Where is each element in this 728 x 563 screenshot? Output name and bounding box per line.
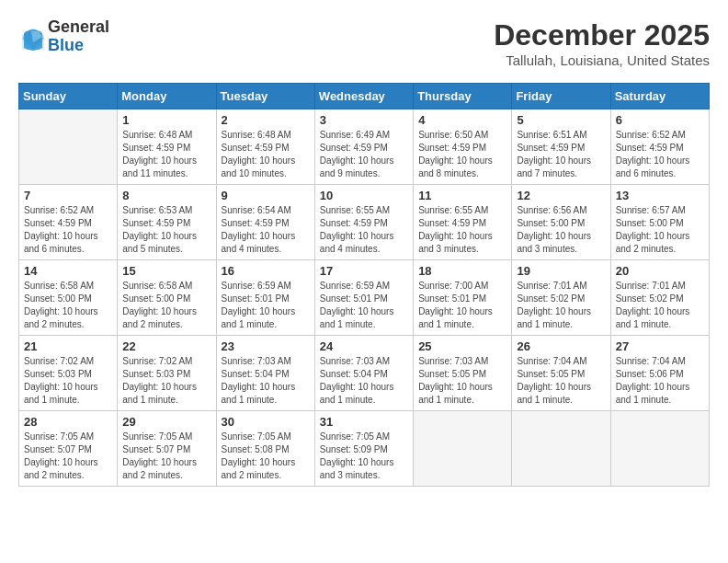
calendar-cell: 22Sunrise: 7:02 AM Sunset: 5:03 PM Dayli… bbox=[118, 336, 216, 411]
day-info: Sunrise: 7:02 AM Sunset: 5:03 PM Dayligh… bbox=[24, 355, 112, 407]
day-number: 31 bbox=[320, 415, 408, 429]
calendar-cell: 30Sunrise: 7:05 AM Sunset: 5:08 PM Dayli… bbox=[216, 411, 314, 487]
day-info: Sunrise: 6:54 AM Sunset: 4:59 PM Dayligh… bbox=[222, 204, 310, 256]
day-number: 1 bbox=[122, 113, 210, 127]
logo-text: General Blue bbox=[48, 18, 109, 55]
title-block: December 2025 Tallulah, Louisiana, Unite… bbox=[494, 18, 710, 68]
calendar-cell: 6Sunrise: 6:52 AM Sunset: 4:59 PM Daylig… bbox=[610, 109, 709, 185]
day-number: 17 bbox=[320, 264, 408, 278]
calendar-cell bbox=[414, 411, 512, 487]
calendar-cell: 23Sunrise: 7:03 AM Sunset: 5:04 PM Dayli… bbox=[216, 336, 314, 411]
day-info: Sunrise: 6:58 AM Sunset: 5:00 PM Dayligh… bbox=[24, 280, 112, 331]
day-info: Sunrise: 6:59 AM Sunset: 5:01 PM Dayligh… bbox=[222, 280, 310, 331]
day-info: Sunrise: 7:03 AM Sunset: 5:05 PM Dayligh… bbox=[418, 355, 506, 407]
day-info: Sunrise: 6:52 AM Sunset: 4:59 PM Dayligh… bbox=[24, 204, 112, 256]
calendar-header-row: SundayMondayTuesdayWednesdayThursdayFrid… bbox=[19, 84, 710, 109]
day-info: Sunrise: 6:57 AM Sunset: 5:00 PM Dayligh… bbox=[616, 204, 704, 256]
day-number: 18 bbox=[418, 264, 506, 278]
calendar-cell: 5Sunrise: 6:51 AM Sunset: 4:59 PM Daylig… bbox=[512, 109, 610, 185]
day-info: Sunrise: 7:04 AM Sunset: 5:05 PM Dayligh… bbox=[517, 355, 605, 407]
calendar-cell: 12Sunrise: 6:56 AM Sunset: 5:00 PM Dayli… bbox=[512, 185, 610, 260]
column-header-monday: Monday bbox=[118, 84, 216, 109]
calendar-cell bbox=[19, 109, 118, 185]
calendar-cell: 18Sunrise: 7:00 AM Sunset: 5:01 PM Dayli… bbox=[414, 260, 512, 336]
day-number: 25 bbox=[418, 339, 506, 353]
calendar-cell: 11Sunrise: 6:55 AM Sunset: 4:59 PM Dayli… bbox=[414, 185, 512, 260]
calendar-cell bbox=[610, 411, 709, 487]
day-number: 4 bbox=[418, 113, 506, 127]
day-number: 8 bbox=[122, 189, 210, 202]
column-header-sunday: Sunday bbox=[19, 84, 118, 109]
calendar-cell bbox=[512, 411, 610, 487]
calendar-cell: 16Sunrise: 6:59 AM Sunset: 5:01 PM Dayli… bbox=[216, 260, 314, 336]
day-info: Sunrise: 6:53 AM Sunset: 4:59 PM Dayligh… bbox=[122, 204, 210, 256]
day-info: Sunrise: 6:55 AM Sunset: 4:59 PM Dayligh… bbox=[320, 204, 408, 256]
calendar-cell: 21Sunrise: 7:02 AM Sunset: 5:03 PM Dayli… bbox=[19, 336, 118, 411]
day-number: 13 bbox=[616, 189, 704, 202]
day-info: Sunrise: 6:55 AM Sunset: 4:59 PM Dayligh… bbox=[418, 204, 506, 256]
logo-icon bbox=[18, 24, 44, 50]
day-info: Sunrise: 6:49 AM Sunset: 4:59 PM Dayligh… bbox=[320, 129, 408, 180]
calendar-cell: 10Sunrise: 6:55 AM Sunset: 4:59 PM Dayli… bbox=[314, 185, 413, 260]
logo: General Blue bbox=[18, 18, 109, 55]
calendar-table: SundayMondayTuesdayWednesdayThursdayFrid… bbox=[18, 83, 710, 487]
column-header-thursday: Thursday bbox=[414, 84, 512, 109]
day-info: Sunrise: 7:00 AM Sunset: 5:01 PM Dayligh… bbox=[418, 280, 506, 331]
calendar-week-row: 28Sunrise: 7:05 AM Sunset: 5:07 PM Dayli… bbox=[19, 411, 710, 487]
calendar-cell: 19Sunrise: 7:01 AM Sunset: 5:02 PM Dayli… bbox=[512, 260, 610, 336]
day-info: Sunrise: 7:04 AM Sunset: 5:06 PM Dayligh… bbox=[616, 355, 704, 407]
day-number: 10 bbox=[320, 189, 408, 202]
day-number: 29 bbox=[122, 415, 210, 429]
day-info: Sunrise: 6:58 AM Sunset: 5:00 PM Dayligh… bbox=[122, 280, 210, 331]
calendar-cell: 14Sunrise: 6:58 AM Sunset: 5:00 PM Dayli… bbox=[19, 260, 118, 336]
calendar-cell: 29Sunrise: 7:05 AM Sunset: 5:07 PM Dayli… bbox=[118, 411, 216, 487]
day-info: Sunrise: 7:05 AM Sunset: 5:09 PM Dayligh… bbox=[320, 431, 408, 482]
calendar-cell: 15Sunrise: 6:58 AM Sunset: 5:00 PM Dayli… bbox=[118, 260, 216, 336]
day-info: Sunrise: 7:03 AM Sunset: 5:04 PM Dayligh… bbox=[320, 355, 408, 407]
day-info: Sunrise: 6:48 AM Sunset: 4:59 PM Dayligh… bbox=[222, 129, 310, 180]
calendar-cell: 28Sunrise: 7:05 AM Sunset: 5:07 PM Dayli… bbox=[19, 411, 118, 487]
day-number: 12 bbox=[517, 189, 605, 202]
calendar-cell: 4Sunrise: 6:50 AM Sunset: 4:59 PM Daylig… bbox=[414, 109, 512, 185]
day-info: Sunrise: 7:01 AM Sunset: 5:02 PM Dayligh… bbox=[616, 280, 704, 331]
day-number: 21 bbox=[24, 339, 112, 353]
location: Tallulah, Louisiana, United States bbox=[494, 52, 710, 68]
day-number: 16 bbox=[222, 264, 310, 278]
day-number: 9 bbox=[222, 189, 310, 202]
day-number: 22 bbox=[122, 339, 210, 353]
calendar-week-row: 21Sunrise: 7:02 AM Sunset: 5:03 PM Dayli… bbox=[19, 336, 710, 411]
day-info: Sunrise: 7:05 AM Sunset: 5:08 PM Dayligh… bbox=[222, 431, 310, 482]
day-number: 2 bbox=[222, 113, 310, 127]
day-number: 11 bbox=[418, 189, 506, 202]
day-info: Sunrise: 6:51 AM Sunset: 4:59 PM Dayligh… bbox=[517, 129, 605, 180]
calendar-cell: 3Sunrise: 6:49 AM Sunset: 4:59 PM Daylig… bbox=[314, 109, 413, 185]
day-number: 30 bbox=[222, 415, 310, 429]
calendar-cell: 20Sunrise: 7:01 AM Sunset: 5:02 PM Dayli… bbox=[610, 260, 709, 336]
calendar-cell: 31Sunrise: 7:05 AM Sunset: 5:09 PM Dayli… bbox=[314, 411, 413, 487]
day-number: 27 bbox=[616, 339, 704, 353]
calendar-week-row: 1Sunrise: 6:48 AM Sunset: 4:59 PM Daylig… bbox=[19, 109, 710, 185]
day-number: 19 bbox=[517, 264, 605, 278]
day-number: 6 bbox=[616, 113, 704, 127]
calendar-cell: 7Sunrise: 6:52 AM Sunset: 4:59 PM Daylig… bbox=[19, 185, 118, 260]
day-info: Sunrise: 6:56 AM Sunset: 5:00 PM Dayligh… bbox=[517, 204, 605, 256]
calendar-cell: 2Sunrise: 6:48 AM Sunset: 4:59 PM Daylig… bbox=[216, 109, 314, 185]
day-number: 26 bbox=[517, 339, 605, 353]
calendar-cell: 17Sunrise: 6:59 AM Sunset: 5:01 PM Dayli… bbox=[314, 260, 413, 336]
day-number: 20 bbox=[616, 264, 704, 278]
calendar-cell: 8Sunrise: 6:53 AM Sunset: 4:59 PM Daylig… bbox=[118, 185, 216, 260]
day-info: Sunrise: 7:03 AM Sunset: 5:04 PM Dayligh… bbox=[222, 355, 310, 407]
column-header-friday: Friday bbox=[512, 84, 610, 109]
day-info: Sunrise: 6:59 AM Sunset: 5:01 PM Dayligh… bbox=[320, 280, 408, 331]
calendar-week-row: 14Sunrise: 6:58 AM Sunset: 5:00 PM Dayli… bbox=[19, 260, 710, 336]
month-year: December 2025 bbox=[494, 18, 710, 52]
day-number: 7 bbox=[24, 189, 112, 202]
day-info: Sunrise: 6:50 AM Sunset: 4:59 PM Dayligh… bbox=[418, 129, 506, 180]
column-header-wednesday: Wednesday bbox=[314, 84, 413, 109]
day-number: 14 bbox=[24, 264, 112, 278]
day-number: 3 bbox=[320, 113, 408, 127]
calendar-cell: 13Sunrise: 6:57 AM Sunset: 5:00 PM Dayli… bbox=[610, 185, 709, 260]
calendar-cell: 26Sunrise: 7:04 AM Sunset: 5:05 PM Dayli… bbox=[512, 336, 610, 411]
day-number: 15 bbox=[122, 264, 210, 278]
column-header-saturday: Saturday bbox=[610, 84, 709, 109]
